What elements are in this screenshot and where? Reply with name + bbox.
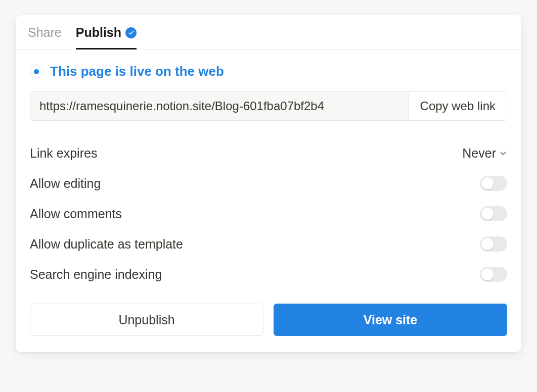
publish-panel: Share Publish This page is live on the w… [16,15,521,352]
footer-buttons: Unpublish View site [30,304,507,336]
allow-editing-label: Allow editing [30,176,101,191]
allow-comments-label: Allow comments [30,207,122,221]
search-indexing-label: Search engine indexing [30,267,162,282]
allow-comments-row: Allow comments [30,199,507,229]
allow-duplicate-toggle[interactable] [480,236,507,252]
link-expires-row: Link expires Never [30,138,507,168]
tab-share-label: Share [28,25,62,40]
tabs-header: Share Publish [16,15,521,50]
published-url-field[interactable]: https://ramesquinerie.notion.site/Blog-6… [30,92,409,120]
tab-share[interactable]: Share [28,15,62,50]
allow-editing-row: Allow editing [30,168,507,199]
link-expires-dropdown[interactable]: Never [462,146,507,161]
tab-publish[interactable]: Publish [76,15,137,50]
search-indexing-toggle[interactable] [480,267,507,282]
allow-duplicate-label: Allow duplicate as template [30,237,183,252]
url-row: https://ramesquinerie.notion.site/Blog-6… [30,91,507,121]
live-status-text: This page is live on the web [50,64,224,79]
copy-web-link-button[interactable]: Copy web link [409,92,507,120]
link-expires-value: Never [462,146,496,161]
live-status-row: This page is live on the web [30,64,507,79]
unpublish-button[interactable]: Unpublish [30,304,263,336]
allow-duplicate-row: Allow duplicate as template [30,229,507,259]
view-site-button[interactable]: View site [274,304,507,336]
allow-comments-toggle[interactable] [480,206,507,221]
live-indicator-icon [30,65,43,78]
tab-publish-label: Publish [76,25,121,40]
publish-content: This page is live on the web https://ram… [16,50,521,352]
allow-editing-toggle[interactable] [480,176,507,191]
search-indexing-row: Search engine indexing [30,259,507,289]
published-check-icon [125,27,137,38]
chevron-down-icon [499,149,507,157]
link-expires-label: Link expires [30,146,97,161]
